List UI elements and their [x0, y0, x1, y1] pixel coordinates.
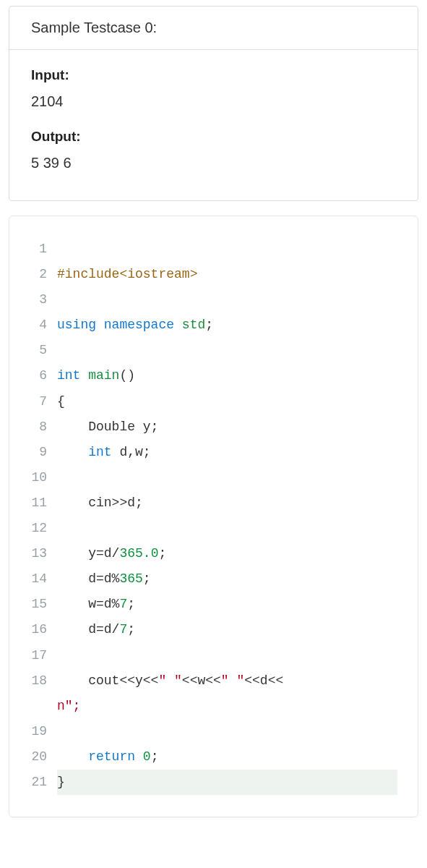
code-content: cin>>d; — [57, 490, 397, 516]
line-number: 8 — [30, 414, 57, 440]
line-number: 3 — [30, 287, 57, 312]
code-line: 11 cin>>d; — [30, 490, 397, 516]
code-line: 4using namespace std; — [30, 312, 397, 338]
line-number: 9 — [30, 440, 57, 465]
code-content — [57, 465, 397, 490]
code-content: int d,w; — [57, 440, 397, 465]
line-number: 21 — [30, 770, 57, 795]
code-content — [57, 338, 397, 363]
code-line: 19 — [30, 719, 397, 744]
line-number: 15 — [30, 592, 57, 617]
code-content: int main() — [57, 363, 397, 388]
line-number: 14 — [30, 566, 57, 592]
code-content: { — [57, 389, 397, 414]
code-content: return 0; — [57, 744, 397, 770]
code-content — [57, 643, 397, 668]
code-content — [57, 719, 397, 744]
code-line: 13 y=d/365.0; — [30, 541, 397, 566]
testcase-body: Input: 2104 Output: 5 39 6 — [9, 50, 418, 200]
code-content — [57, 237, 397, 262]
line-number: 16 — [30, 617, 57, 642]
testcase-card: Sample Testcase 0: Input: 2104 Output: 5… — [9, 6, 418, 201]
line-number: 20 — [30, 744, 57, 770]
line-number — [30, 694, 57, 719]
code-line: 6int main() — [30, 363, 397, 388]
code-content — [57, 287, 397, 312]
line-number: 10 — [30, 465, 57, 490]
code-line: 14 d=d%365; — [30, 566, 397, 592]
line-number: 11 — [30, 490, 57, 516]
code-content: d=d%365; — [57, 566, 397, 592]
code-content: Double y; — [57, 414, 397, 440]
output-value: 5 39 6 — [31, 155, 396, 171]
line-number: 18 — [30, 668, 57, 694]
line-number: 17 — [30, 643, 57, 668]
code-line: 21} — [30, 770, 397, 795]
code-line-wrap: n"; — [30, 694, 397, 719]
code-content: y=d/365.0; — [57, 541, 397, 566]
code-line: 18 cout<<y<<" "<<w<<" "<<d<< — [30, 668, 397, 694]
line-number: 1 — [30, 237, 57, 262]
code-card: 12#include<iostream>34using namespace st… — [9, 216, 418, 817]
code-line: 16 d=d/7; — [30, 617, 397, 642]
code-content: d=d/7; — [57, 617, 397, 642]
code-block[interactable]: 12#include<iostream>34using namespace st… — [30, 237, 397, 795]
line-number: 13 — [30, 541, 57, 566]
line-number: 19 — [30, 719, 57, 744]
code-content: w=d%7; — [57, 592, 397, 617]
code-content: using namespace std; — [57, 312, 397, 338]
code-content — [57, 516, 397, 541]
code-content: } — [57, 770, 397, 795]
line-number: 5 — [30, 338, 57, 363]
line-number: 7 — [30, 389, 57, 414]
input-value: 2104 — [31, 93, 396, 110]
testcase-title: Sample Testcase 0: — [9, 7, 418, 50]
code-line: 5 — [30, 338, 397, 363]
code-line: 1 — [30, 237, 397, 262]
output-label: Output: — [31, 129, 396, 145]
code-line: 7{ — [30, 389, 397, 414]
code-line: 8 Double y; — [30, 414, 397, 440]
code-line: 3 — [30, 287, 397, 312]
input-label: Input: — [31, 67, 396, 83]
code-line: 9 int d,w; — [30, 440, 397, 465]
code-line: 10 — [30, 465, 397, 490]
code-content: #include<iostream> — [57, 262, 397, 287]
code-line: 2#include<iostream> — [30, 262, 397, 287]
code-content: cout<<y<<" "<<w<<" "<<d<< — [57, 668, 397, 694]
code-content: n"; — [57, 694, 397, 719]
line-number: 12 — [30, 516, 57, 541]
line-number: 2 — [30, 262, 57, 287]
code-line: 20 return 0; — [30, 744, 397, 770]
code-line: 17 — [30, 643, 397, 668]
code-line: 12 — [30, 516, 397, 541]
code-line: 15 w=d%7; — [30, 592, 397, 617]
line-number: 6 — [30, 363, 57, 388]
line-number: 4 — [30, 312, 57, 338]
